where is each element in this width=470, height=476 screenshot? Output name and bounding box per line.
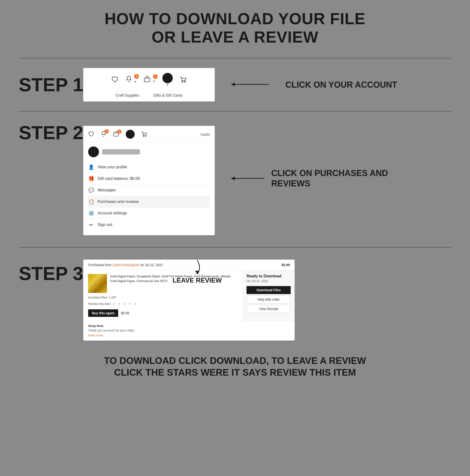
product-thumbnail [88, 274, 107, 293]
step1-instruction: CLICK ON YOUR ACCOUNT [285, 80, 397, 90]
bell-badge: 1 [134, 74, 139, 79]
leave-review-arrow [188, 258, 207, 277]
help-order-button[interactable]: Help with order [247, 295, 291, 304]
category-craft: Craft Supplies [116, 93, 139, 98]
giftcard-icon: 🎁 [88, 176, 94, 182]
avatar-circle [162, 73, 173, 83]
dropdown-item-purchases[interactable]: 📋 Purchases and reviews [88, 196, 210, 207]
dropdown-cart-icon [141, 131, 147, 137]
step1-label: STEP 1 [19, 75, 83, 94]
dropdown-bell-wrapper: 1 [101, 131, 106, 138]
bell-chevron: ▼ [134, 80, 136, 83]
order-price: $0.99 [282, 263, 290, 267]
step2-section: STEP 2 1 2 [19, 112, 451, 248]
step3-content: Purchased from LittlePandaDigitals on Ju… [83, 259, 451, 340]
dropdown-item-signout[interactable]: ↩ Sign out [88, 219, 210, 230]
cart-icon: 2 ▼ [144, 76, 155, 84]
notifications-icon: 1 ▼ [125, 75, 137, 84]
dropdown-avatar-nav [126, 130, 135, 139]
review-row: Review this item ★ ★ ★ ★ ★ [88, 302, 238, 306]
svg-marker-4 [231, 83, 235, 86]
dropdown-item-profile[interactable]: 👤 View your profile [88, 161, 210, 173]
ready-to-download-date: On Jul 12, 2021 [247, 279, 291, 283]
purchase-date: on Jul 12, 2021 [140, 263, 163, 267]
shop-note-title: Shop Note [88, 324, 290, 328]
included-files: Included Files: 1 ZIP [88, 296, 238, 299]
step1-section: STEP 1 1 [19, 59, 451, 112]
wishlist-icon [111, 76, 118, 83]
dropdown-avatar [88, 146, 99, 157]
nav-categories: Craft Supplies Gifts & Gift Cards [90, 90, 207, 98]
dropdown-heart-icon [88, 131, 94, 137]
svg-point-7 [146, 136, 146, 136]
cart-badge: 2 [153, 74, 158, 79]
dropdown-name-bar [102, 149, 140, 154]
dropdown-bag-wrapper: 2 [113, 131, 119, 137]
step2-arrow [229, 171, 267, 186]
purchases-icon: 📋 [88, 199, 94, 204]
bottom-instructions: TO DOWNLOAD CLICK DOWNLOAD, TO LEAVE A R… [19, 355, 451, 378]
shop-note: Shop Note Thank you so much for your ord… [84, 321, 294, 340]
svg-rect-5 [114, 133, 119, 136]
dropdown-nav-bar: 1 2 [84, 126, 215, 143]
step3-label: STEP 3 [19, 259, 83, 283]
buy-again-price: $0.99 [121, 311, 129, 315]
leave-review-area: LEAVE REVIEW [172, 258, 222, 284]
ready-to-download-title: Ready to Download [247, 274, 291, 278]
svg-point-2 [185, 81, 185, 82]
svg-point-6 [143, 136, 144, 136]
svg-rect-0 [144, 78, 150, 82]
step1-arrow [229, 77, 271, 92]
buy-again-row: Buy this again $0.99 [88, 309, 238, 317]
show-more-link[interactable]: show more [88, 334, 290, 337]
star-rating[interactable]: ★ ★ ★ ★ ★ [112, 302, 137, 306]
step2-label: STEP 2 [19, 123, 83, 142]
bag-chevron: ▼ [152, 80, 155, 83]
dropdown-body: 👤 View your profile 🎁 Gift card balance:… [84, 143, 215, 235]
profile-icon: 👤 [88, 164, 94, 170]
settings-icon: ⚙️ [88, 210, 94, 216]
etsy-nav-mockup: 1 ▼ 2 ▼ [83, 68, 215, 102]
nav-icons-row: 1 ▼ 2 ▼ [90, 73, 207, 86]
svg-marker-9 [231, 177, 235, 180]
download-files-button[interactable]: Download Files [247, 286, 291, 294]
step2-content: 1 2 [83, 123, 451, 235]
category-gifts: Gifts & Gift Cards [153, 93, 182, 98]
step3-mockup-container: Purchased from LittlePandaDigitals on Ju… [83, 259, 451, 340]
step3-section: STEP 3 Purchased from LittlePandaDigital… [19, 248, 451, 345]
shopping-cart-icon [180, 76, 187, 83]
dropdown-item-giftcard[interactable]: 🎁 Gift card balance: $0.00 [88, 173, 210, 185]
review-item-label: Review this item [88, 302, 110, 306]
step2-right: CLICK ON PURCHASES AND REVIEWS [229, 168, 388, 188]
page-title: HOW TO DOWNLOAD YOUR FILE OR LEAVE A REV… [19, 9, 451, 46]
shop-note-text: Thank you so much for your order. [88, 329, 290, 332]
shop-link[interactable]: LittlePandaDigitals [112, 263, 140, 267]
order-header-left: Purchased from LittlePandaDigitals on Ju… [88, 263, 163, 267]
dropdown-cards-label: Cards [201, 132, 210, 136]
messages-icon: 💬 [88, 187, 94, 193]
step1-content: 1 ▼ 2 ▼ [83, 68, 451, 102]
etsy-dropdown-mockup: 1 2 [83, 126, 215, 235]
order-right-panel: Ready to Download On Jul 12, 2021 Downlo… [243, 270, 294, 321]
avatar-chevron: ▼ [166, 83, 169, 86]
account-avatar[interactable]: ▼ [162, 73, 173, 86]
dropdown-item-messages[interactable]: 💬 Messages [88, 185, 210, 196]
dropdown-item-settings[interactable]: ⚙️ Account settings [88, 207, 210, 219]
dropdown-profile-row [88, 146, 210, 157]
buy-again-button[interactable]: Buy this again [88, 309, 118, 317]
leave-review-label: LEAVE REVIEW [172, 277, 222, 284]
signout-icon: ↩ [88, 222, 94, 228]
svg-point-1 [182, 81, 183, 82]
step2-instruction: CLICK ON PURCHASES AND REVIEWS [271, 168, 388, 188]
view-receipt-button[interactable]: View Receipt [247, 305, 291, 313]
